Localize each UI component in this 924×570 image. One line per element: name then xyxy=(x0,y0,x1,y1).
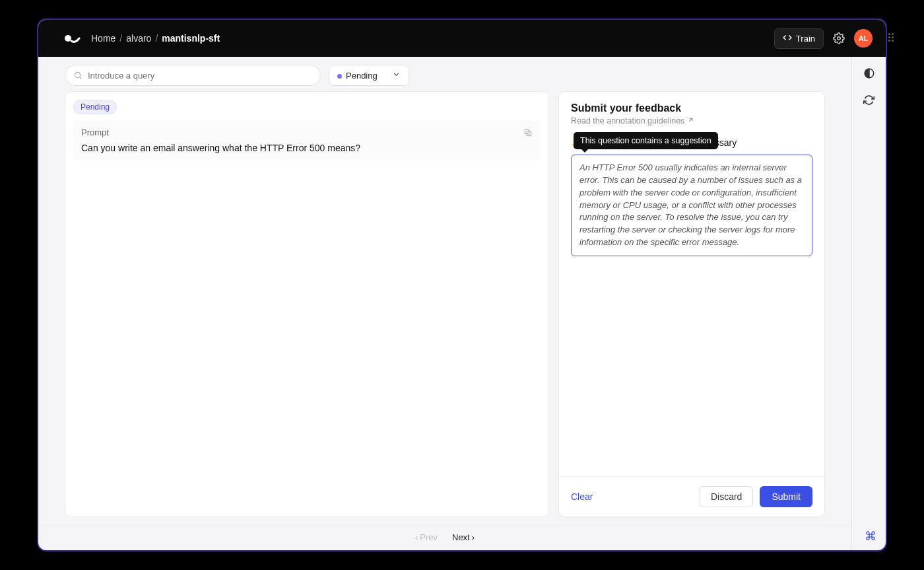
breadcrumb: Home / alvaro / mantisnlp-sft xyxy=(91,33,220,44)
breadcrumb-separator: / xyxy=(155,33,158,44)
prev-label: Prev xyxy=(420,532,438,542)
prompt-text: Can you write an email answering what th… xyxy=(81,143,533,153)
status-dot-icon xyxy=(337,74,342,79)
prompt-card: Pending Prompt Can you write an ema xyxy=(65,91,549,517)
breadcrumb-project[interactable]: mantisnlp-sft xyxy=(162,33,220,44)
code-icon xyxy=(783,33,792,44)
discard-button[interactable]: Discard xyxy=(700,486,753,507)
train-button[interactable]: Train xyxy=(774,28,824,49)
right-rail: ⌘ xyxy=(851,57,886,550)
user-avatar[interactable]: AL xyxy=(854,29,873,48)
prev-button[interactable]: ‹ Prev xyxy=(415,532,438,542)
toolbar: Pending xyxy=(38,57,851,91)
app-logo-icon xyxy=(65,32,81,45)
search-input[interactable] xyxy=(65,65,321,86)
train-button-label: Train xyxy=(796,34,815,44)
clear-button[interactable]: Clear xyxy=(571,491,593,502)
response-textarea[interactable]: An HTTP Error 500 usually indicates an i… xyxy=(571,155,812,256)
next-button[interactable]: Next › xyxy=(452,532,475,542)
feedback-title: Submit your feedback xyxy=(571,102,812,114)
status-badge: Pending xyxy=(73,100,117,114)
theme-toggle-icon[interactable] xyxy=(862,66,876,81)
breadcrumb-separator: / xyxy=(119,33,122,44)
chevron-down-icon xyxy=(392,70,401,81)
svg-point-2 xyxy=(75,72,80,77)
search-field[interactable] xyxy=(88,71,312,81)
keyboard-shortcuts-icon[interactable]: ⌘ xyxy=(865,529,876,544)
app-window: Home / alvaro / mantisnlp-sft Train xyxy=(37,18,887,552)
settings-icon[interactable] xyxy=(833,32,845,44)
status-filter-label: Pending xyxy=(346,71,378,81)
next-label: Next xyxy=(452,532,470,542)
breadcrumb-home[interactable]: Home xyxy=(91,33,116,44)
chevron-right-icon: › xyxy=(472,532,475,542)
svg-point-0 xyxy=(65,35,71,42)
breadcrumb-user[interactable]: alvaro xyxy=(126,33,151,44)
suggestion-tooltip: This question contains a suggestion xyxy=(574,132,718,149)
status-filter[interactable]: Pending xyxy=(329,65,409,86)
svg-point-1 xyxy=(838,37,841,40)
refresh-icon[interactable] xyxy=(862,92,876,107)
paginator: ‹ Prev Next › xyxy=(38,525,851,550)
window-drag-handle[interactable] xyxy=(888,33,894,42)
copy-icon[interactable] xyxy=(523,128,533,137)
search-icon xyxy=(73,71,82,80)
guidelines-link[interactable]: Read the annotation guidelines xyxy=(571,116,812,125)
header-bar: Home / alvaro / mantisnlp-sft Train xyxy=(38,20,886,57)
feedback-card: Submit your feedback Read the annotation… xyxy=(558,91,825,517)
external-link-icon xyxy=(687,116,694,125)
submit-button[interactable]: Submit xyxy=(760,486,812,507)
svg-line-3 xyxy=(80,77,82,79)
chevron-left-icon: ‹ xyxy=(415,532,418,542)
prompt-section-label: Prompt xyxy=(81,127,109,137)
